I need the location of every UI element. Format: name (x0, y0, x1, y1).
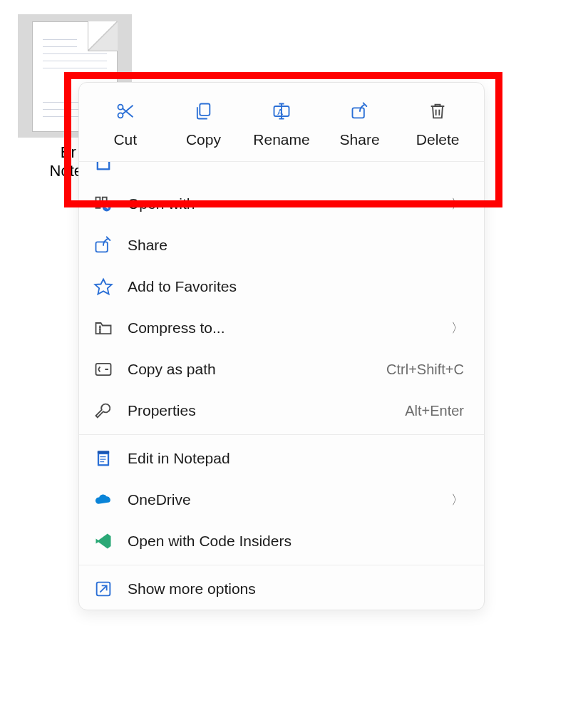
open-with-label: Open with (128, 195, 451, 212)
onedrive-icon (93, 490, 113, 510)
menu-item-edit-notepad[interactable]: Edit in Notepad (79, 438, 484, 479)
notepad-icon (93, 162, 113, 173)
properties-label: Properties (128, 402, 405, 419)
scissors-icon (115, 101, 135, 121)
svg-marker-19 (95, 279, 111, 294)
svg-text:A: A (277, 107, 283, 116)
svg-rect-16 (103, 198, 107, 202)
rename-label: Rename (253, 131, 309, 148)
svg-rect-14 (96, 198, 100, 202)
share-arrow-icon (350, 101, 370, 121)
menu-item-share[interactable]: Share (79, 225, 484, 266)
copy-label: Copy (186, 131, 221, 148)
share-label: Share (340, 131, 380, 148)
favorites-label: Add to Favorites (128, 278, 464, 295)
compress-label: Compress to... (128, 319, 451, 337)
rename-icon: A (272, 101, 292, 121)
rename-button[interactable]: A Rename (246, 101, 317, 148)
menu-item-code-insiders[interactable]: Open with Code Insiders (79, 520, 484, 562)
copy-path-icon (93, 359, 113, 379)
menu-item-favorites[interactable]: Add to Favorites (79, 266, 484, 307)
star-icon (93, 277, 113, 297)
open-with-icon (93, 194, 113, 214)
onedrive-label: OneDrive (128, 491, 451, 508)
cut-button[interactable]: Cut (90, 101, 161, 148)
trash-icon (428, 101, 448, 121)
delete-button[interactable]: Delete (402, 101, 473, 148)
menu-item-open[interactable] (79, 162, 484, 183)
expand-icon (93, 579, 113, 599)
menu-item-open-with[interactable]: Open with 〉 (79, 183, 484, 225)
vscode-insiders-icon (93, 531, 113, 551)
menu-item-show-more[interactable]: Show more options (79, 568, 484, 610)
share-button[interactable]: Share (324, 101, 396, 148)
menu-item-copy-path[interactable]: Copy as path Ctrl+Shift+C (79, 349, 484, 390)
quick-action-row: Cut Copy A Rename (79, 83, 484, 162)
copy-path-shortcut: Ctrl+Shift+C (386, 361, 464, 378)
menu-separator (79, 565, 484, 565)
zip-folder-icon (93, 318, 113, 338)
menu-item-onedrive[interactable]: OneDrive 〉 (79, 479, 484, 520)
menu-separator (79, 434, 484, 435)
copy-path-label: Copy as path (128, 361, 386, 378)
cut-label: Cut (113, 131, 137, 148)
code-insiders-label: Open with Code Insiders (128, 533, 464, 550)
svg-rect-4 (200, 104, 210, 116)
share-item-label: Share (128, 237, 464, 254)
svg-rect-24 (96, 364, 111, 375)
delete-label: Delete (416, 131, 460, 148)
show-more-label: Show more options (128, 580, 464, 597)
svg-rect-27 (98, 451, 109, 454)
chevron-right-icon: 〉 (451, 319, 464, 337)
chevron-right-icon: 〉 (451, 195, 464, 212)
share-icon (93, 235, 113, 255)
copy-button[interactable]: Copy (167, 101, 239, 148)
svg-rect-15 (96, 204, 100, 208)
copy-icon (193, 101, 213, 121)
edit-notepad-label: Edit in Notepad (128, 450, 464, 467)
svg-rect-18 (96, 242, 108, 252)
notepad-app-icon (93, 448, 113, 468)
menu-item-compress[interactable]: Compress to... 〉 (79, 307, 484, 349)
chevron-right-icon: 〉 (451, 491, 464, 508)
wrench-icon (93, 401, 113, 421)
properties-shortcut: Alt+Enter (405, 403, 464, 419)
context-menu: Cut Copy A Rename (78, 82, 485, 610)
svg-rect-12 (98, 162, 108, 168)
svg-rect-8 (352, 108, 363, 118)
menu-item-properties[interactable]: Properties Alt+Enter (79, 390, 484, 431)
